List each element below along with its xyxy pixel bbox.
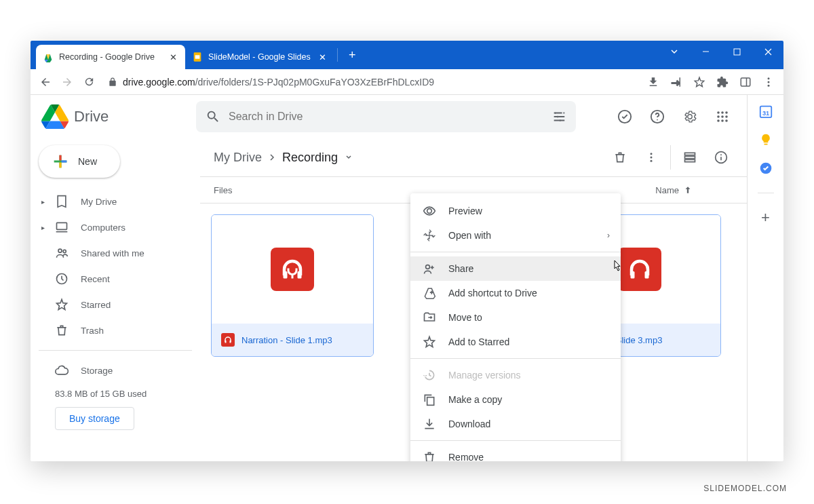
dropdown-icon[interactable] (345, 153, 353, 161)
svg-point-7 (768, 81, 770, 83)
window-maximize[interactable] (721, 41, 752, 62)
extensions-icon[interactable] (713, 73, 732, 92)
sidebar-item-starred[interactable]: Starred (39, 292, 192, 317)
browser-tab-active[interactable]: Recording - Google Drive ✕ (36, 45, 185, 69)
audio-file-icon (221, 333, 235, 347)
tab-close-button[interactable]: ✕ (317, 52, 328, 62)
apps-grid-icon[interactable] (709, 103, 736, 130)
drive-logo[interactable]: Drive (41, 104, 191, 129)
chevron-right-icon: › (607, 231, 610, 240)
menu-item-star[interactable]: Add to Starred (410, 330, 621, 354)
calendar-icon[interactable]: 31 (758, 103, 774, 119)
sidebar-item-storage[interactable]: Storage (39, 357, 192, 383)
search-box[interactable] (196, 101, 576, 132)
support-icon[interactable] (644, 103, 671, 130)
audio-thumb-icon (271, 248, 314, 291)
new-tab-button[interactable]: + (341, 48, 364, 62)
menu-item-copy[interactable]: Make a copy (410, 387, 621, 412)
bookmark-icon[interactable] (690, 73, 709, 92)
sort-arrow-icon (683, 185, 693, 195)
sidebar-item-mydrive[interactable]: ▸My Drive (39, 189, 192, 214)
svg-rect-31 (685, 153, 695, 155)
file-card[interactable]: Narration - Slide 1.mp3 (211, 214, 374, 357)
sidebar-item-trash[interactable]: Trash (39, 317, 192, 343)
drive-logo-text: Drive (74, 108, 109, 125)
svg-point-6 (768, 77, 770, 79)
share-url-icon[interactable] (667, 73, 686, 92)
browser-titlebar: Recording - Google Drive ✕ SlideModel - … (31, 41, 783, 69)
breadcrumb-root[interactable]: My Drive (214, 151, 262, 165)
menu-item-remove[interactable]: Remove (410, 445, 621, 461)
toolbar-more-icon[interactable] (639, 145, 663, 170)
storage-usage-text: 83.8 MB of 15 GB used (39, 383, 192, 407)
url-field[interactable]: drive.google.com/drive/folders/1S-PJq02p… (101, 77, 641, 88)
browser-window: Recording - Google Drive ✕ SlideModel - … (31, 41, 783, 461)
sidebar-item-label: Shared with me (81, 248, 144, 258)
toolbar: My Drive Recording (200, 138, 747, 176)
browser-tab-inactive[interactable]: SlideModel - Google Slides ✕ (185, 45, 334, 69)
window-close[interactable] (752, 41, 783, 62)
menu-item-share[interactable]: Share (410, 256, 621, 281)
search-input[interactable] (229, 111, 543, 123)
menu-label: Share (448, 263, 473, 274)
menu-divider (410, 440, 621, 441)
window-dropdown[interactable] (659, 41, 690, 62)
svg-point-15 (717, 111, 720, 114)
sidebar-item-label: Trash (81, 326, 104, 336)
toolbar-info-icon[interactable] (709, 145, 733, 170)
sidebar-item-computers[interactable]: ▸Computers (39, 214, 192, 240)
ready-offline-icon[interactable] (611, 103, 638, 130)
back-button[interactable] (36, 73, 55, 92)
window-minimize[interactable] (690, 41, 721, 62)
keep-icon[interactable] (758, 132, 774, 148)
watermark: SLIDEMODEL.COM (703, 484, 787, 493)
tasks-icon[interactable] (758, 160, 774, 176)
recent-icon (55, 272, 69, 286)
breadcrumb: My Drive Recording (214, 151, 353, 165)
buy-storage-button[interactable]: Buy storage (55, 407, 134, 430)
settings-icon[interactable] (676, 103, 703, 130)
download-icon (423, 417, 436, 431)
menu-item-openwith[interactable]: Open with› (410, 223, 621, 248)
toolbar-trash-icon[interactable] (608, 145, 632, 170)
menu-label: Remove (448, 452, 484, 461)
trash-icon (55, 324, 69, 337)
tab-close-button[interactable]: ✕ (168, 52, 178, 62)
sidebar-item-shared[interactable]: Shared with me (39, 240, 192, 266)
svg-point-20 (725, 115, 728, 118)
new-button[interactable]: New (39, 145, 120, 178)
moveto-icon (423, 311, 436, 324)
sidebar-divider (39, 350, 192, 351)
svg-point-21 (717, 119, 720, 122)
svg-point-26 (63, 250, 66, 252)
drive-icon (43, 52, 54, 62)
svg-rect-42 (645, 271, 649, 279)
reload-button[interactable] (79, 73, 98, 92)
browser-menu-icon[interactable] (759, 73, 778, 92)
menu-item-moveto[interactable]: Move to (410, 305, 621, 330)
breadcrumb-current[interactable]: Recording (282, 151, 338, 165)
addons-icon[interactable]: + (758, 210, 774, 226)
menu-label: Add to Starred (448, 336, 509, 347)
lock-icon (108, 77, 117, 87)
install-app-icon[interactable] (644, 73, 663, 92)
sidepanel-icon[interactable] (736, 73, 755, 92)
svg-text:31: 31 (762, 110, 769, 117)
svg-rect-3 (734, 49, 740, 55)
toolbar-separator (670, 145, 671, 170)
svg-point-9 (554, 112, 556, 114)
menu-item-download[interactable]: Download (410, 412, 621, 436)
svg-point-19 (721, 115, 724, 118)
sidebar-item-label: Recent (81, 274, 110, 284)
star-icon (55, 298, 69, 311)
sidebar-item-label: My Drive (81, 197, 117, 207)
menu-item-preview[interactable]: Preview (410, 199, 621, 223)
toolbar-listview-icon[interactable] (678, 145, 702, 170)
menu-item-shortcut[interactable]: Add shortcut to Drive (410, 281, 621, 305)
sidebar-item-recent[interactable]: Recent (39, 266, 192, 292)
sort-column[interactable]: Name (655, 185, 693, 195)
forward-button[interactable] (58, 73, 77, 92)
drive-app: Drive New (31, 95, 783, 461)
new-button-label: New (78, 156, 97, 167)
search-options-icon[interactable] (551, 109, 566, 124)
